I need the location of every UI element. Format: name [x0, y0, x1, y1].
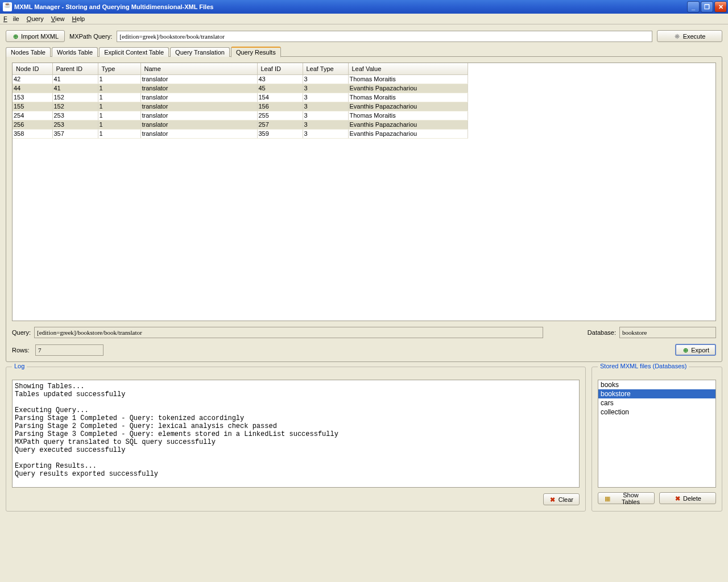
- table-cell: 154: [257, 93, 303, 102]
- delete-db-button[interactable]: ✖ Delete: [659, 492, 716, 504]
- table-cell: 1: [98, 93, 140, 102]
- export-label: Export: [691, 347, 709, 354]
- list-item[interactable]: cars: [598, 398, 715, 408]
- table-cell: Evanthis Papazachariou: [348, 102, 468, 111]
- database-label: Database:: [588, 329, 616, 336]
- table-cell: 254: [13, 111, 52, 120]
- results-table-wrap: Node IDParent IDTypeNameLeaf IDLeaf Type…: [12, 63, 716, 321]
- column-header[interactable]: Leaf Type: [303, 63, 348, 74]
- databases-panel: Stored MXML files (Databases) booksbooks…: [592, 367, 722, 512]
- table-cell: Evanthis Papazachariou: [348, 84, 468, 93]
- java-icon: [3, 2, 12, 11]
- table-cell: 3: [303, 74, 348, 84]
- show-tables-button[interactable]: ▦ Show Tables: [598, 492, 655, 504]
- table-cell: Thomas Moraitis: [348, 111, 468, 120]
- mxpath-label: MXPath Query:: [69, 33, 112, 40]
- log-panel: Log ✖ Clear: [6, 367, 586, 512]
- column-header[interactable]: Node ID: [13, 63, 52, 74]
- execute-label: Execute: [683, 33, 706, 40]
- table-cell: translator: [140, 120, 257, 129]
- window-title: MXML Manager - Storing and Querying Mult…: [14, 3, 686, 10]
- tabstrip: Nodes Table Worlds Table Explicit Contex…: [6, 46, 722, 57]
- tab-translation[interactable]: Query Translation: [170, 47, 230, 57]
- table-cell: 3: [303, 129, 348, 138]
- table-row[interactable]: 1531521translator1543Thomas Moraitis: [13, 93, 468, 102]
- databases-list[interactable]: booksbookstorecarscollection: [598, 380, 716, 488]
- x-icon: ✖: [674, 495, 681, 502]
- column-header[interactable]: Leaf ID: [257, 63, 303, 74]
- table-cell: translator: [140, 102, 257, 111]
- table-cell: 41: [52, 84, 98, 93]
- table-row[interactable]: 44411translator453Evanthis Papazachariou: [13, 84, 468, 93]
- table-cell: 44: [13, 84, 52, 93]
- table-cell: translator: [140, 111, 257, 120]
- column-header[interactable]: Leaf Value: [348, 63, 468, 74]
- table-cell: Thomas Moraitis: [348, 74, 468, 84]
- query-value-display: [34, 327, 543, 338]
- table-cell: 3: [303, 93, 348, 102]
- table-cell: 257: [257, 120, 303, 129]
- titlebar: MXML Manager - Storing and Querying Mult…: [0, 0, 728, 14]
- close-button[interactable]: ✕: [714, 1, 727, 13]
- tab-explicit[interactable]: Explicit Context Table: [99, 47, 169, 57]
- table-cell: 152: [52, 93, 98, 102]
- column-header[interactable]: Type: [98, 63, 140, 74]
- x-icon: ✖: [549, 496, 556, 503]
- toolbar: ⊕ Import MXML MXPath Query: ❋ Execute: [0, 24, 728, 45]
- table-row[interactable]: 2562531translator2573Evanthis Papazachar…: [13, 120, 468, 129]
- table-cell: 255: [257, 111, 303, 120]
- tab-nodes[interactable]: Nodes Table: [6, 47, 51, 57]
- menu-view[interactable]: View: [51, 15, 65, 22]
- table-cell: translator: [140, 84, 257, 93]
- log-text[interactable]: [12, 380, 580, 488]
- import-label: Import MXML: [21, 33, 59, 40]
- gear-icon: ❋: [674, 33, 681, 40]
- query-info-row1: Query: Database:: [12, 327, 716, 338]
- export-button[interactable]: ⊕ Export: [675, 344, 716, 356]
- clear-log-button[interactable]: ✖ Clear: [543, 493, 580, 505]
- menu-file[interactable]: File: [3, 15, 19, 22]
- databases-legend: Stored MXML files (Databases): [598, 363, 689, 369]
- plus-icon: ⊕: [682, 347, 689, 354]
- column-header[interactable]: Name: [140, 63, 257, 74]
- table-row[interactable]: 3583571translator3593Evanthis Papazachar…: [13, 129, 468, 138]
- import-mxml-button[interactable]: ⊕ Import MXML: [6, 30, 65, 42]
- rows-value-display: [35, 344, 104, 356]
- minimize-button[interactable]: _: [687, 1, 700, 13]
- column-header[interactable]: Parent ID: [52, 63, 98, 74]
- table-row[interactable]: 2542531translator2553Thomas Moraitis: [13, 111, 468, 120]
- list-item[interactable]: books: [598, 380, 715, 389]
- list-item[interactable]: bookstore: [598, 389, 715, 398]
- table-cell: 3: [303, 84, 348, 93]
- table-cell: 253: [52, 111, 98, 120]
- table-cell: 359: [257, 129, 303, 138]
- table-row[interactable]: 42411translator433Thomas Moraitis: [13, 74, 468, 84]
- table-cell: 1: [98, 120, 140, 129]
- table-cell: 155: [13, 102, 52, 111]
- table-cell: 1: [98, 74, 140, 84]
- query-label: Query:: [12, 329, 31, 336]
- menu-query[interactable]: Query: [27, 15, 44, 22]
- bottom-area: Log ✖ Clear Stored MXML files (Databases…: [0, 362, 728, 517]
- menu-help[interactable]: Help: [72, 15, 85, 22]
- maximize-button[interactable]: ❐: [701, 1, 713, 13]
- tab-worlds[interactable]: Worlds Table: [52, 47, 98, 57]
- table-row[interactable]: 1551521translator1563Evanthis Papazachar…: [13, 102, 468, 111]
- plus-icon: ⊕: [12, 33, 19, 40]
- tab-results[interactable]: Query Results: [231, 47, 281, 57]
- table-cell: Thomas Moraitis: [348, 93, 468, 102]
- clear-label: Clear: [559, 496, 573, 503]
- list-item[interactable]: collection: [598, 408, 715, 417]
- grid-icon: ▦: [604, 495, 611, 502]
- menubar: File Query View Help: [0, 14, 728, 24]
- table-cell: 357: [52, 129, 98, 138]
- table-cell: translator: [140, 129, 257, 138]
- table-cell: 152: [52, 102, 98, 111]
- table-cell: 45: [257, 84, 303, 93]
- tab-content-results: Node IDParent IDTypeNameLeaf IDLeaf Type…: [6, 56, 722, 362]
- query-info-row2: Rows: ⊕ Export: [12, 344, 716, 356]
- table-cell: translator: [140, 74, 257, 84]
- mxpath-input[interactable]: [117, 31, 652, 42]
- table-cell: Evanthis Papazachariou: [348, 129, 468, 138]
- execute-button[interactable]: ❋ Execute: [657, 30, 722, 42]
